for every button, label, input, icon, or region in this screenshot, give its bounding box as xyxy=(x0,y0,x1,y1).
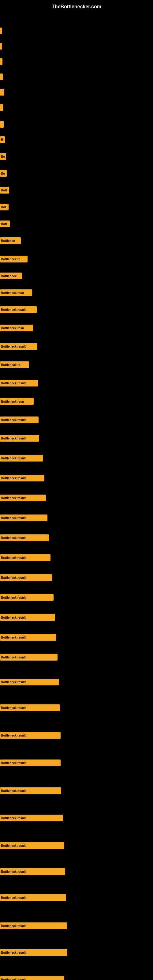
bar-item: Bottleneck result xyxy=(0,380,38,387)
bar-label: Bottleneck result xyxy=(0,976,64,980)
bar-item: Bottleneck resu xyxy=(0,398,33,405)
bar-label xyxy=(0,104,3,111)
bar-label: Bottleneck result xyxy=(0,759,61,766)
bar-label: B xyxy=(0,136,5,143)
bar-item: Bottleneck result xyxy=(0,435,39,442)
bar-item: Bottleneck result xyxy=(0,976,64,980)
bar-item: Bottleneck result xyxy=(0,634,56,641)
bar-item: Bottleneck result xyxy=(0,732,61,739)
bar-item: Bo xyxy=(0,153,6,160)
bar-item: Bottleneck result xyxy=(0,815,63,821)
bar-item: Bottleneck result xyxy=(0,574,52,581)
bar-label: Bottleneck result xyxy=(0,535,49,541)
site-title: TheBottlenecker.com xyxy=(0,2,153,11)
bar-label: Bottleneck xyxy=(0,272,22,279)
bar-item: B xyxy=(0,136,5,143)
bar-label: Bottleneck result xyxy=(0,894,66,901)
bar-item: Bo xyxy=(0,170,7,177)
bar-label: Bottleneck resu xyxy=(0,398,33,405)
bar-label xyxy=(0,58,2,65)
bar-item: Bottleneck result xyxy=(0,949,67,956)
bar-label xyxy=(0,121,4,128)
bar-label: Bottleneck result xyxy=(0,654,57,660)
bar-item: Bottleneck result xyxy=(0,759,61,766)
bar-item: Bottleneck resu xyxy=(0,325,33,331)
bar-label: Bottleneck result xyxy=(0,923,67,929)
bar-label: Bot xyxy=(0,204,9,210)
bar-item xyxy=(0,27,2,34)
bar-item: Bottleneck result xyxy=(0,475,45,481)
bar-item: Bottleneck result xyxy=(0,594,54,601)
bar-label: Bottleneck result xyxy=(0,495,46,501)
bar-item: Bott xyxy=(0,187,9,194)
bar-label: Bottleneck resu xyxy=(0,290,32,296)
bar-item: Bottleneck re xyxy=(0,361,29,368)
bar-label: Bottleneck result xyxy=(0,306,37,313)
bar-item xyxy=(0,104,3,111)
bar-item: Bottleneck result xyxy=(0,306,37,313)
bar-item: Bott xyxy=(0,221,10,227)
bar-label: Bottleneck result xyxy=(0,815,63,821)
bar-item: Bottlenec xyxy=(0,237,21,244)
bar-label: Bottleneck result xyxy=(0,842,64,849)
bar-label: Bottleneck result xyxy=(0,732,61,739)
bar-label: Bottleneck result xyxy=(0,574,52,581)
bar-label: Bottleneck result xyxy=(0,475,45,481)
bar-label: Bott xyxy=(0,187,9,194)
bar-label xyxy=(0,43,2,49)
bar-item: Bottleneck result xyxy=(0,343,37,350)
bar-label: Bottleneck result xyxy=(0,679,59,686)
bar-item xyxy=(0,89,4,95)
bar-label xyxy=(0,89,4,95)
bar-item: Bottleneck result xyxy=(0,514,48,521)
bar-label: Bottleneck result xyxy=(0,634,56,641)
bar-label: Bottleneck result xyxy=(0,949,67,956)
bar-item: Bottleneck result xyxy=(0,705,60,711)
bar-item: Bottleneck result xyxy=(0,894,66,901)
bar-label xyxy=(0,27,2,34)
bar-item: Bottleneck result xyxy=(0,554,51,561)
bar-label: Bottleneck result xyxy=(0,614,55,621)
bar-item: Bottleneck result xyxy=(0,868,65,875)
bar-label: Bott xyxy=(0,221,10,227)
bar-item: Bottleneck result xyxy=(0,923,67,929)
bar-item: Bottleneck re xyxy=(0,256,27,262)
bar-item: Bottleneck result xyxy=(0,455,43,461)
bar-item: Bottleneck xyxy=(0,272,22,279)
bar-label: Bottleneck result xyxy=(0,868,65,875)
bar-label xyxy=(0,73,3,80)
bar-item: Bottleneck result xyxy=(0,535,49,541)
bar-label: Bottleneck result xyxy=(0,380,38,387)
bar-label: Bottleneck result xyxy=(0,435,39,442)
bar-item: Bottleneck result xyxy=(0,788,61,794)
bar-label: Bottleneck result xyxy=(0,455,43,461)
bar-item xyxy=(0,121,4,128)
bar-item: Bottleneck result xyxy=(0,417,38,423)
bar-label: Bottleneck result xyxy=(0,514,48,521)
bar-label: Bo xyxy=(0,170,7,177)
bar-item: Bottleneck result xyxy=(0,679,59,686)
bar-item xyxy=(0,58,2,65)
bar-label: Bottleneck result xyxy=(0,417,38,423)
bar-label: Bottleneck re xyxy=(0,361,29,368)
bar-label: Bottleneck result xyxy=(0,705,60,711)
bar-item: Bottleneck result xyxy=(0,654,57,660)
bar-label: Bottleneck resu xyxy=(0,325,33,331)
bar-label: Bottleneck result xyxy=(0,554,51,561)
bar-item: Bot xyxy=(0,204,9,210)
bar-item: Bottleneck result xyxy=(0,495,46,501)
bar-label: Bottleneck result xyxy=(0,594,54,601)
bar-label: Bottleneck re xyxy=(0,256,27,262)
bar-label: Bo xyxy=(0,153,6,160)
bar-item xyxy=(0,73,3,80)
bar-label: Bottleneck result xyxy=(0,343,37,350)
bar-label: Bottleneck result xyxy=(0,788,61,794)
bar-item: Bottleneck result xyxy=(0,842,64,849)
bar-label: Bottlenec xyxy=(0,237,21,244)
bar-item xyxy=(0,43,2,49)
bar-item: Bottleneck resu xyxy=(0,290,32,296)
bar-item: Bottleneck result xyxy=(0,614,55,621)
